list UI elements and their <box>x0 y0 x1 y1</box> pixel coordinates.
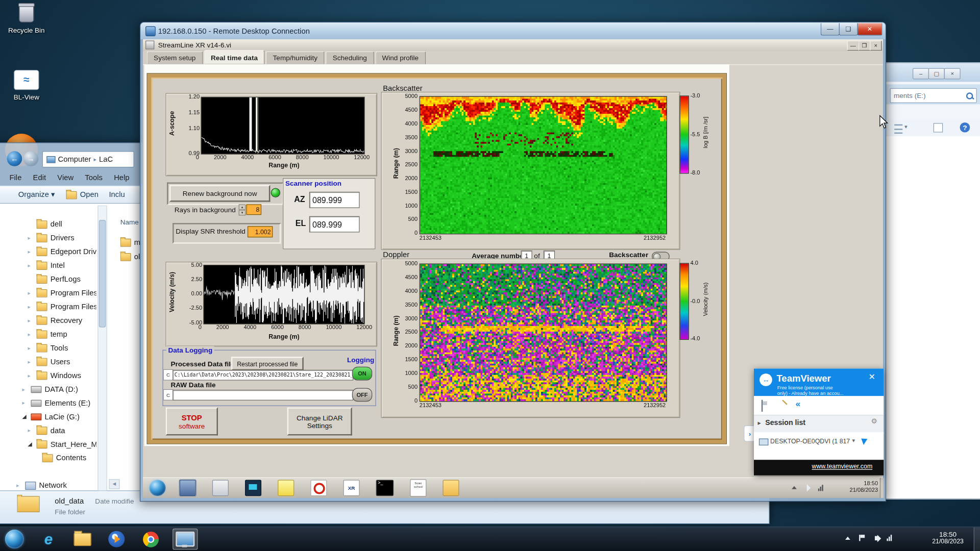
show-desktop-button[interactable] <box>974 527 980 551</box>
tree-item-temp[interactable]: ▸temp <box>28 328 96 341</box>
tree-scrollbar[interactable] <box>97 206 107 492</box>
expander-icon[interactable]: ▸ <box>16 482 25 488</box>
snr-value-field[interactable]: 1.002 <box>248 226 273 237</box>
rdp-close-button[interactable]: ✕ <box>857 23 882 35</box>
expander-icon[interactable]: ▸ <box>22 386 31 392</box>
expander-icon[interactable]: ▸ <box>28 428 36 434</box>
tree-item-elements-e[interactable]: ▸Elements (E:) <box>22 396 96 410</box>
processed-logging-toggle[interactable]: ON <box>352 367 372 381</box>
start-button[interactable] <box>5 530 24 548</box>
az-field[interactable]: 089.999 <box>309 192 360 208</box>
xr-shortcut-icon[interactable]: XR <box>343 480 359 496</box>
change-lidar-settings-button[interactable]: Change LiDAR Settings <box>287 407 352 435</box>
labview-restore-button[interactable]: ❐ <box>859 41 870 51</box>
device-name[interactable]: DESKTOP-OE0QDVI (1 817 937 <box>770 438 851 444</box>
folder-shortcut-icon[interactable] <box>443 480 459 496</box>
tab-scheduling[interactable]: Scheduling <box>326 51 374 64</box>
system-screens-icon[interactable] <box>245 480 261 496</box>
list-column-header[interactable]: Name <box>120 218 139 226</box>
tree-item-tools[interactable]: ▸Tools <box>28 341 96 355</box>
expander-icon[interactable]: ▸ <box>28 345 36 351</box>
remote-start-button[interactable] <box>149 480 165 496</box>
raw-logging-toggle[interactable]: OFF <box>352 388 372 402</box>
rdp-minimize-button[interactable]: — <box>821 23 840 35</box>
tree-item-intel[interactable]: ▸Intel <box>28 259 96 272</box>
maximize-button[interactable]: ▢ <box>928 68 945 79</box>
minimize-button[interactable]: – <box>913 68 929 79</box>
remote-clock[interactable]: 18:50 21/08/2023 <box>832 481 878 493</box>
desktop-icon-recycle-bin[interactable]: Recycle Bin <box>4 5 49 34</box>
rays-value-field[interactable]: 8 <box>246 204 261 215</box>
tree-item-program-files-x[interactable]: ▸Program Files (x <box>28 300 96 314</box>
device-dropdown-icon[interactable]: ▾ <box>852 437 855 443</box>
remote-show-desktop[interactable] <box>880 478 884 498</box>
clipboard-icon[interactable] <box>762 400 763 412</box>
media-player-icon[interactable] <box>105 529 129 549</box>
teamviewer-link[interactable]: www.teamviewer.com <box>812 463 873 469</box>
close-button[interactable]: × <box>944 68 961 79</box>
tree-item-edgeport-driver[interactable]: ▸Edgeport Driver <box>28 245 96 259</box>
calculator-icon[interactable] <box>212 480 229 496</box>
volume-icon[interactable] <box>875 536 878 540</box>
tree-scrollbar-thumb[interactable] <box>99 220 106 328</box>
tree-item-contents[interactable]: Contents <box>33 451 96 465</box>
tree-item-lacie-g[interactable]: ◢LaCie (G:) <box>22 410 96 423</box>
tab-temp-humidity[interactable]: Temp/humidity <box>266 51 325 64</box>
teamviewer-close-icon[interactable]: ✕ <box>869 372 875 382</box>
preview-pane-icon[interactable] <box>934 123 943 132</box>
collapse-left-icon[interactable]: « <box>795 398 800 409</box>
chrome-icon[interactable] <box>138 529 162 549</box>
expander-icon[interactable]: ▸ <box>28 290 36 296</box>
labview-close-button[interactable]: × <box>870 41 881 51</box>
expander-icon[interactable]: ▸ <box>28 262 36 268</box>
renew-background-button[interactable]: Renew background now <box>169 185 270 202</box>
processed-path-field[interactable]: C:\Lidar\Data\Proc\2023\202308\20230821\… <box>173 370 353 381</box>
tree-item-data-d[interactable]: ▸DATA (D:) <box>22 382 96 396</box>
clock[interactable]: 18:50 21/08/2023 <box>924 531 971 545</box>
tree-item-dell[interactable]: dell <box>28 217 96 231</box>
tree-item-windows[interactable]: ▸Windows <box>28 368 96 382</box>
remote-desktop-icon[interactable] <box>173 529 198 550</box>
expander-icon[interactable]: ▸ <box>28 317 36 323</box>
search-input[interactable]: ments (E:) <box>890 88 977 103</box>
action-center-icon[interactable] <box>859 535 866 541</box>
expander-icon[interactable]: ▸ <box>28 304 36 310</box>
view-list-icon[interactable] <box>894 124 902 134</box>
remote-tray-expand-icon[interactable] <box>792 486 797 489</box>
restart-processed-file-button[interactable]: Restart processed file <box>231 357 304 370</box>
windows-explorer-icon[interactable] <box>70 529 94 549</box>
tray-expand-icon[interactable] <box>845 536 850 539</box>
scan-scheduler-icon[interactable]: Scan sched <box>410 479 426 496</box>
tree-item-program-files[interactable]: ▸Program Files <box>28 286 96 300</box>
remote-network-icon[interactable] <box>818 485 823 491</box>
session-settings-gear-icon[interactable]: ⚙ <box>871 417 877 425</box>
expander-icon[interactable]: ▸ <box>28 331 36 337</box>
tab-wind-profile[interactable]: Wind profile <box>375 51 426 64</box>
expander-icon[interactable]: ◢ <box>28 441 36 447</box>
rays-spinner[interactable]: ▲▼ <box>239 204 246 215</box>
power-button-icon[interactable] <box>310 480 327 496</box>
sticky-notes-icon[interactable] <box>278 480 294 496</box>
list-hscroll-left[interactable]: ◀ <box>109 479 119 489</box>
tree-item-data[interactable]: ▸data <box>28 423 96 437</box>
labview-minimize-button[interactable]: — <box>847 41 859 51</box>
el-field[interactable]: 089.999 <box>309 216 360 233</box>
help-icon[interactable]: ? <box>960 122 970 133</box>
labview-titlebar[interactable]: StreamLine XR v14-6.vi <box>143 39 883 51</box>
stop-software-button[interactable]: STOP software <box>166 407 218 435</box>
tree-item-drivers[interactable]: ▸Drivers <box>28 231 96 245</box>
search-icon[interactable] <box>966 92 973 99</box>
app-window-icon[interactable] <box>180 480 196 496</box>
raw-path-field[interactable] <box>173 390 353 400</box>
tab-system-setup[interactable]: System setup <box>147 51 203 64</box>
expander-icon[interactable]: ▸ <box>28 248 36 255</box>
tab-real-time-data[interactable]: Real time data <box>204 50 264 64</box>
session-expand-icon[interactable]: ▸ <box>757 419 761 426</box>
tree-item-start-here-mac[interactable]: ◢Start_Here_Mac. <box>28 437 96 451</box>
expander-icon[interactable]: ▸ <box>28 372 36 379</box>
rdp-maximize-button[interactable]: ❑ <box>839 23 858 35</box>
internet-explorer-icon[interactable]: e <box>37 529 61 549</box>
expander-icon[interactable]: ▸ <box>28 235 36 241</box>
expander-icon[interactable]: ▸ <box>22 400 31 406</box>
expander-icon[interactable]: ▸ <box>28 359 36 365</box>
